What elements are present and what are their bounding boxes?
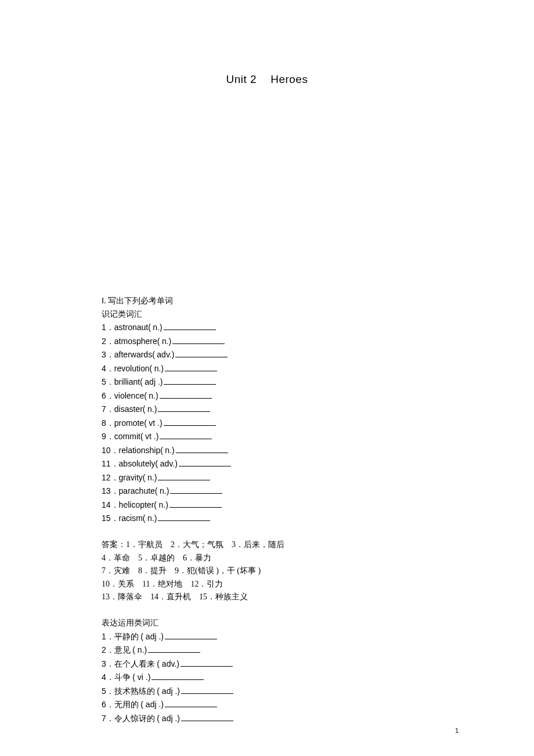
item-pos: ( adj .) xyxy=(140,632,164,641)
fill-blank xyxy=(158,411,210,412)
item-pos: n.) xyxy=(158,500,168,509)
item-number: 7． xyxy=(102,714,114,723)
vocab-item: 6．无用的 ( adj .) xyxy=(102,698,461,712)
item-word: revolution( xyxy=(114,364,152,373)
title-left: Unit 2 xyxy=(226,73,257,85)
item-pos: n.) xyxy=(147,513,157,523)
item-number: 2． xyxy=(102,337,114,346)
item-word: atmosphere( xyxy=(114,337,160,346)
item-pos: n.) xyxy=(154,364,164,373)
item-number: 5． xyxy=(102,686,114,696)
item-pos: adv.) xyxy=(160,459,178,468)
fill-blank xyxy=(148,652,200,653)
item-pos: ( adj .) xyxy=(140,700,164,709)
item-number: 6． xyxy=(102,700,114,709)
item-number: 3． xyxy=(102,659,114,668)
fill-blank xyxy=(181,666,233,667)
item-word: absolutely( xyxy=(119,459,158,468)
fill-blank xyxy=(165,371,217,371)
fill-blank xyxy=(165,639,217,639)
fill-blank xyxy=(158,520,210,521)
vocab-item: 9．commit( vt .) xyxy=(102,430,461,444)
item-number: 15． xyxy=(102,513,119,523)
document-body: Ⅰ. 写出下列必考单词 识记类词汇 1．astronaut( n.)2．atmo… xyxy=(102,295,461,725)
page-title: Unit 2Heroes xyxy=(0,73,534,86)
vocab-item: 4．revolution( n.) xyxy=(102,362,461,376)
item-word: promote( xyxy=(114,418,147,428)
item-word: disaster( xyxy=(114,404,146,414)
item-pos: n.) xyxy=(147,473,157,482)
item-pos: n.) xyxy=(162,337,171,346)
item-word: 意见 xyxy=(114,646,131,654)
fill-blank xyxy=(164,330,216,330)
fill-blank xyxy=(165,707,217,707)
item-number: 13． xyxy=(102,486,119,495)
item-word: gravity( xyxy=(119,473,146,482)
vocab-item: 8．promote( vt .) xyxy=(102,417,461,431)
item-pos: n.) xyxy=(147,404,157,414)
vocab-item: 1．astronaut( n.) xyxy=(102,321,461,335)
item-number: 10． xyxy=(102,446,119,455)
title-right: Heroes xyxy=(270,73,308,85)
item-pos: vt .) xyxy=(149,418,162,428)
item-word: afterwards( xyxy=(114,350,155,359)
item-number: 4． xyxy=(102,364,114,373)
item-pos: n.) xyxy=(160,486,169,495)
item-number: 4． xyxy=(102,672,114,682)
fill-blank xyxy=(179,466,231,466)
fill-blank xyxy=(158,480,210,480)
answers-line: 答案：1．宇航员 2．大气；气氛 3．后来，随后 xyxy=(102,538,461,552)
fill-blank xyxy=(181,721,233,721)
vocab-item: 1．平静的 ( adj .) xyxy=(102,630,461,644)
item-number: 9． xyxy=(102,432,114,441)
answers-line: 4．革命 5．卓越的 6．暴力 xyxy=(102,552,461,565)
answers-line: 13．降落伞 14．直升机 15．种族主义 xyxy=(102,591,461,604)
item-word: astronaut( xyxy=(114,323,151,332)
fill-blank xyxy=(175,357,228,357)
item-number: 14． xyxy=(102,500,119,509)
item-number: 6． xyxy=(102,391,114,400)
vocab-item: 10．relationship( n.) xyxy=(102,444,461,458)
vocab-item: 5．brilliant( adj .) xyxy=(102,375,461,389)
vocab-item: 2．atmosphere( n.) xyxy=(102,335,461,349)
item-number: 11． xyxy=(102,459,119,468)
item-pos: n.) xyxy=(153,323,162,332)
item-word: brilliant( xyxy=(114,377,143,386)
section-subheader: 识记类词汇 xyxy=(102,308,461,321)
item-number: 2． xyxy=(102,645,114,654)
item-number: 1． xyxy=(102,632,114,641)
item-word: violence( xyxy=(114,391,147,400)
item-word: 在个人看来 xyxy=(114,660,155,668)
fill-blank xyxy=(181,693,233,694)
vocab-item: 7．令人惊讶的 ( adj .) xyxy=(102,712,461,726)
item-pos: ( vi .) xyxy=(132,672,150,682)
item-number: 3． xyxy=(102,350,114,359)
item-pos: ( adj .) xyxy=(157,714,180,723)
vocab-item: 14．helicopter( n.) xyxy=(102,498,461,512)
vocab-item: 3．在个人看来 ( adv.) xyxy=(102,657,461,671)
answers-line: 10．关系 11．绝对地 12．引力 xyxy=(102,578,461,591)
fill-blank xyxy=(176,453,228,453)
item-pos: ( adv.) xyxy=(157,659,179,668)
section-subheader: 表达运用类词汇 xyxy=(102,617,461,630)
fill-blank xyxy=(164,425,216,426)
item-word: racism( xyxy=(119,513,146,523)
item-word: 无用的 xyxy=(114,700,139,709)
vocab-item: 12．gravity( n.) xyxy=(102,471,461,485)
fill-blank xyxy=(169,507,222,508)
item-number: 7． xyxy=(102,404,114,414)
vocab-item: 13．parachute( n.) xyxy=(102,484,461,498)
vocab-item: 5．技术熟练的 ( adj .) xyxy=(102,685,461,699)
item-pos: ( adj .) xyxy=(157,686,180,696)
item-pos: vt .) xyxy=(145,432,158,441)
item-pos: adj .) xyxy=(145,377,163,386)
item-word: 技术熟练的 xyxy=(114,687,155,696)
item-pos: n.) xyxy=(165,446,174,455)
item-pos: ( n.) xyxy=(132,645,147,654)
vocab-item: 7．disaster( n.) xyxy=(102,403,461,417)
item-number: 1． xyxy=(102,323,114,332)
item-pos: n.) xyxy=(149,391,158,400)
fill-blank xyxy=(170,493,222,494)
vocab-item: 11．absolutely( adv.) xyxy=(102,457,461,471)
item-word: commit( xyxy=(114,432,143,441)
